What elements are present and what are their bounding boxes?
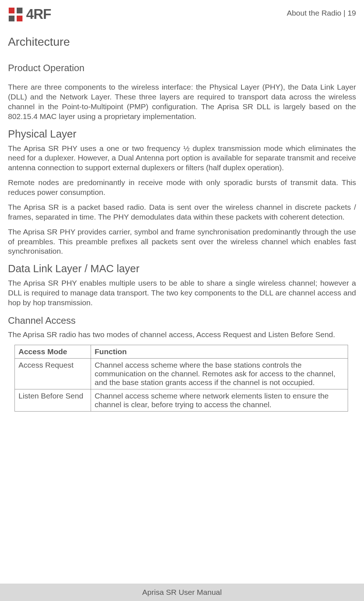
table-cell-mode: Listen Before Send	[15, 389, 91, 411]
logo-icon	[8, 7, 23, 22]
heading-physical-layer: Physical Layer	[8, 128, 356, 140]
body-text: The Aprisa SR is a packet based radio. D…	[8, 203, 356, 222]
heading-dll: Data Link Layer / MAC layer	[8, 263, 356, 275]
table-header-function: Function	[91, 345, 348, 358]
logo-text: 4RF	[26, 7, 51, 22]
body-text: The Aprisa SR radio has two modes of cha…	[8, 330, 356, 340]
page-footer: Aprisa SR User Manual	[0, 584, 364, 601]
table-cell-function: Channel access scheme where the base sta…	[91, 358, 348, 389]
svg-rect-2	[9, 16, 15, 21]
table-header-mode: Access Mode	[15, 345, 91, 358]
body-text: The Aprisa SR PHY enables multiple users…	[8, 278, 356, 308]
heading-channel-access: Channel Access	[8, 315, 356, 326]
heading-product-operation: Product Operation	[8, 62, 356, 74]
table-cell-mode: Access Request	[15, 358, 91, 389]
body-text: Remote nodes are predominantly in receiv…	[8, 178, 356, 197]
table-cell-function: Channel access scheme where network elem…	[91, 389, 348, 411]
page-header: 4RF About the Radio | 19	[8, 7, 356, 22]
table-row: Access Request Channel access scheme whe…	[15, 358, 348, 389]
svg-rect-3	[17, 16, 22, 21]
channel-access-table: Access Mode Function Access Request Chan…	[15, 345, 348, 412]
body-text: The Aprisa SR PHY uses a one or two freq…	[8, 144, 356, 173]
body-text: The Aprisa SR PHY provides carrier, symb…	[8, 227, 356, 257]
svg-rect-0	[9, 8, 15, 13]
header-section-label: About the Radio | 19	[287, 7, 356, 17]
table-row: Listen Before Send Channel access scheme…	[15, 389, 348, 411]
logo: 4RF	[8, 7, 51, 22]
page-title: Architecture	[8, 35, 356, 49]
table-header-row: Access Mode Function	[15, 345, 348, 358]
svg-rect-1	[17, 8, 22, 13]
body-text: There are three components to the wirele…	[8, 82, 356, 122]
